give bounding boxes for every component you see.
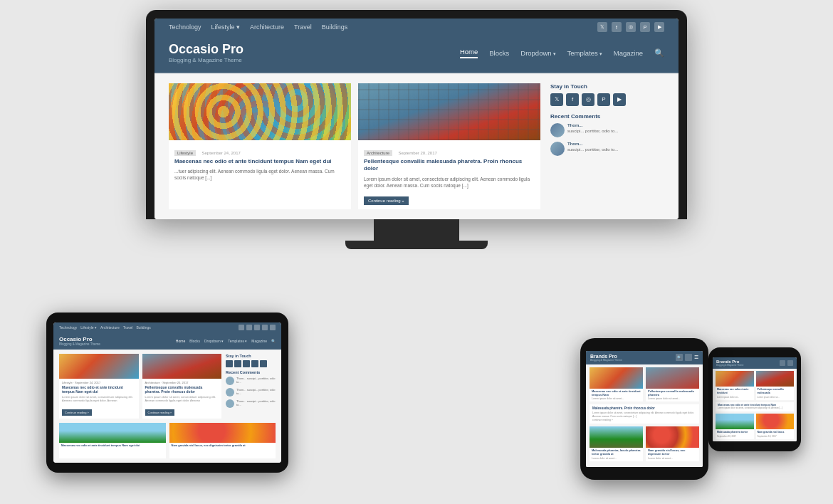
phone-large-post-img-4 <box>646 426 699 448</box>
phone-large-post-title-2: Pellentesque convallis malesuada pharetr… <box>648 390 697 397</box>
phone-large-content: Maecenas nec odio et ante tincidunt temp… <box>586 364 703 467</box>
phone-large-post-text-2: Lorem ipsum dolor sit amet... <box>648 397 697 400</box>
tablet-post-body-2: Architecture · September 20, 2017 Pellen… <box>142 379 222 419</box>
phone-large-post-text-1: Lorem ipsum dolor sit amet... <box>592 397 641 400</box>
tablet-logo-sub: Blogging & Magazine Theme <box>59 342 100 346</box>
nav-travel[interactable]: Travel <box>294 23 312 31</box>
phone-large-text-post: Malesuada pharetra. Proin rhoncus dolor … <box>590 404 699 424</box>
post-tag-2[interactable]: Architecture <box>364 150 392 156</box>
nav-dropdown[interactable]: Dropdown <box>520 49 555 57</box>
nav-templates[interactable]: Templates <box>567 49 602 57</box>
tablet-avatar-2 <box>226 388 234 397</box>
t-nav-bldg: Buildings <box>136 325 150 330</box>
fb-social-icon[interactable]: f <box>566 93 579 106</box>
phone-sm-post-3: Malesuada pharetra tortor September 20, … <box>716 414 754 439</box>
tablet-widget-1-title: Stay in Touch <box>226 354 276 358</box>
youtube-icon[interactable]: ▶ <box>654 22 664 32</box>
phone-large-post-title-4: Nam gravida nisl lacus, nec dignissim to… <box>648 449 697 456</box>
nav-home[interactable]: Home <box>460 48 478 58</box>
phone-large-post-1: Maecenas nec odio et ante tincidunt temp… <box>590 367 643 402</box>
tablet-comment-2: Thom... suscipi... porttitor, odio to... <box>226 388 276 397</box>
phone-small-screen: Brands Pro Blogging & Magazine Theme Mae… <box>713 357 797 441</box>
tablet-post-2: Architecture · September 20, 2017 Pellen… <box>142 354 222 419</box>
widget-title-2: Recent Comments <box>550 113 664 120</box>
tablet-screen: Technology Lifestyle ▾ Architecture Trav… <box>53 322 281 463</box>
phone-small-frame: Brands Pro Blogging & Magazine Theme Mae… <box>708 347 801 451</box>
tablet-post-img-2 <box>142 354 222 379</box>
t-social-4 <box>262 325 268 330</box>
nav-technology[interactable]: Technology <box>169 23 201 31</box>
pinterest-icon[interactable]: P <box>640 22 650 32</box>
comment-text-2: Thom... suscipi... porttitor, odio to... <box>567 142 618 153</box>
t-social-2 <box>246 325 252 330</box>
nav-lifestyle[interactable]: Lifestyle ▾ <box>211 23 241 31</box>
t-social-5 <box>270 325 276 330</box>
t-pi-icon <box>251 360 258 367</box>
tablet-avatar-3 <box>226 399 234 408</box>
post-tag-1[interactable]: Lifestyle <box>174 150 196 156</box>
monitor-stand-neck <box>374 219 459 241</box>
nav-magazine[interactable]: Magazine <box>614 49 643 57</box>
post-body-2: Architecture September 20, 2017 Pellente… <box>358 140 540 209</box>
desktop-monitor: Technology Lifestyle ▾ Architecture Trav… <box>146 10 687 249</box>
phone-sm-post-1: Maecenas nec odio et ante tincidunt Lore… <box>716 371 754 399</box>
tablet-readmore-2[interactable]: Continue reading » <box>145 409 175 416</box>
t-nav-arch: Architecture <box>100 325 120 330</box>
phone-large-post-img-2 <box>646 367 699 389</box>
post-card-1: Lifestyle September 24, 2017 Maecenas ne… <box>169 83 351 209</box>
t-nav-travel: Travel <box>123 325 133 330</box>
t-nav-templates: Templates ▾ <box>228 339 247 343</box>
monitor-stand-base <box>345 241 488 249</box>
tablet-social-icons <box>226 360 276 367</box>
tablet-readmore-1[interactable]: Continue reading » <box>62 409 92 416</box>
phone-large-row-1: Maecenas nec odio et ante tincidunt temp… <box>590 367 699 402</box>
t-ig-icon <box>243 360 250 367</box>
phone-small-logo: Brands Pro Blogging & Magazine Theme <box>716 359 743 367</box>
ig-social-icon[interactable]: ◎ <box>582 93 594 106</box>
readmore-button-2[interactable]: Continue reading » <box>364 196 409 205</box>
tablet-logo: Occasio Pro Blogging & Magazine Theme <box>59 336 100 346</box>
search-icon[interactable]: 🔍 <box>654 48 664 58</box>
t-fb-icon <box>234 360 241 367</box>
comment-avatar-2 <box>550 142 565 156</box>
nav-buildings[interactable]: Buildings <box>322 23 348 31</box>
phone-small-content: Maecenas nec odio et ante tincidunt Lore… <box>713 369 797 441</box>
pi-social-icon[interactable]: P <box>597 93 610 106</box>
post-image-umbrellas <box>169 83 351 140</box>
post-image-building <box>358 83 540 140</box>
t-tw-icon <box>226 360 233 367</box>
phone-large-frame: Brands Pro Blogging & Magazine Theme 🔍 ☰ <box>580 338 708 480</box>
phone-large-post-text-3: Lorem dolor sit amet... <box>592 457 641 460</box>
logo-subtitle: Blogging & Magazine Theme <box>169 57 243 63</box>
phone-small-header: Brands Pro Blogging & Magazine Theme <box>713 357 797 369</box>
tablet-topbar: Technology Lifestyle ▾ Architecture Trav… <box>53 322 281 332</box>
t-nav-dropdown: Dropdown ▾ <box>204 339 224 343</box>
phone-large-post-body-4: Nam gravida nisl lacus, nec dignissim to… <box>646 448 699 461</box>
main-nav: Home Blocks Dropdown Templates Magazine … <box>460 48 664 58</box>
phone-large-post-2: Pellentesque convallis malesuada pharetr… <box>646 367 699 402</box>
phone-large-post-img-1 <box>590 367 643 389</box>
comment-text-1: Thom... suscipi... porttitor, odio to... <box>567 123 618 135</box>
phone-sm-menu-icon <box>787 360 793 366</box>
site-topbar: Technology Lifestyle ▾ Architecture Trav… <box>154 19 679 36</box>
tw-social-icon[interactable]: 𝕏 <box>550 93 563 106</box>
nav-blocks[interactable]: Blocks <box>489 49 509 57</box>
post-excerpt-1: ...tuer adipiscing elit. Aenean commodo … <box>174 168 345 181</box>
phone-large-post-body-2: Pellentesque convallis malesuada pharetr… <box>646 389 699 402</box>
posts-area: Lifestyle September 24, 2017 Maecenas ne… <box>169 83 540 209</box>
comment-author-1: Thom... <box>567 123 582 127</box>
facebook-icon[interactable]: f <box>612 22 622 32</box>
phone-large-post-3: Malesuada pharetra, laculo pharetra tort… <box>590 426 643 461</box>
yt-social-icon[interactable]: ▶ <box>613 93 626 106</box>
nav-architecture[interactable]: Architecture <box>250 23 284 31</box>
site-content: Lifestyle September 24, 2017 Maecenas ne… <box>154 73 679 219</box>
phone-sm-post-4: Nam gravida nisl lacus September 18, 201… <box>756 414 795 439</box>
t-yt-icon <box>260 360 267 367</box>
tablet-comment-text-2: Thom... suscipi... porttitor, odio to... <box>236 388 276 395</box>
phone-large-post-title-1: Maecenas nec odio et ante tincidunt temp… <box>592 390 641 397</box>
phone-large-screen: Brands Pro Blogging & Magazine Theme 🔍 ☰ <box>586 351 703 467</box>
instagram-icon[interactable]: ◎ <box>626 22 636 32</box>
twitter-icon[interactable]: 𝕏 <box>597 22 607 32</box>
phone-small-logo-sub: Blogging & Magazine Theme <box>716 364 743 367</box>
tablet-post-title-1: Maecenas nec odio et ante tincidunt temp… <box>62 385 136 394</box>
